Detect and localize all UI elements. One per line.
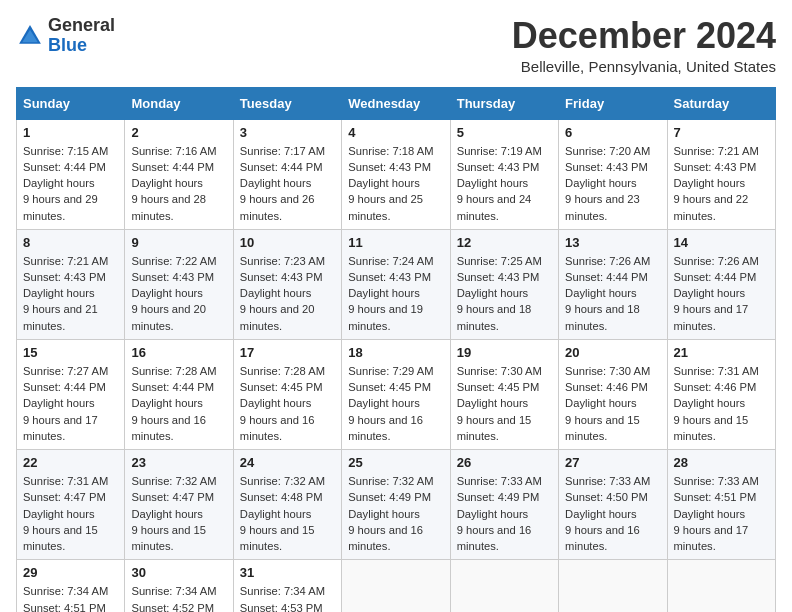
day-number: 6	[565, 125, 660, 140]
calendar-cell: 4 Sunrise: 7:18 AM Sunset: 4:43 PM Dayli…	[342, 119, 450, 229]
day-info: Sunrise: 7:15 AM Sunset: 4:44 PM Dayligh…	[23, 143, 118, 224]
day-info: Sunrise: 7:26 AM Sunset: 4:44 PM Dayligh…	[565, 253, 660, 334]
day-number: 13	[565, 235, 660, 250]
day-info: Sunrise: 7:26 AM Sunset: 4:44 PM Dayligh…	[674, 253, 769, 334]
day-info: Sunrise: 7:28 AM Sunset: 4:45 PM Dayligh…	[240, 363, 335, 444]
column-header-friday: Friday	[559, 87, 667, 119]
location: Belleville, Pennsylvania, United States	[512, 58, 776, 75]
day-info: Sunrise: 7:22 AM Sunset: 4:43 PM Dayligh…	[131, 253, 226, 334]
logo-general: General	[48, 16, 115, 36]
calendar-cell: 26 Sunrise: 7:33 AM Sunset: 4:49 PM Dayl…	[450, 450, 558, 560]
day-number: 16	[131, 345, 226, 360]
day-number: 1	[23, 125, 118, 140]
calendar-cell: 20 Sunrise: 7:30 AM Sunset: 4:46 PM Dayl…	[559, 339, 667, 449]
calendar-week-row: 8 Sunrise: 7:21 AM Sunset: 4:43 PM Dayli…	[17, 229, 776, 339]
column-header-monday: Monday	[125, 87, 233, 119]
day-number: 11	[348, 235, 443, 250]
calendar-week-row: 15 Sunrise: 7:27 AM Sunset: 4:44 PM Dayl…	[17, 339, 776, 449]
day-number: 9	[131, 235, 226, 250]
day-info: Sunrise: 7:21 AM Sunset: 4:43 PM Dayligh…	[23, 253, 118, 334]
calendar-cell	[450, 560, 558, 612]
day-info: Sunrise: 7:33 AM Sunset: 4:50 PM Dayligh…	[565, 473, 660, 554]
month-title: December 2024	[512, 16, 776, 56]
calendar-cell: 18 Sunrise: 7:29 AM Sunset: 4:45 PM Dayl…	[342, 339, 450, 449]
day-info: Sunrise: 7:25 AM Sunset: 4:43 PM Dayligh…	[457, 253, 552, 334]
day-info: Sunrise: 7:33 AM Sunset: 4:49 PM Dayligh…	[457, 473, 552, 554]
calendar-cell: 24 Sunrise: 7:32 AM Sunset: 4:48 PM Dayl…	[233, 450, 341, 560]
calendar-cell: 13 Sunrise: 7:26 AM Sunset: 4:44 PM Dayl…	[559, 229, 667, 339]
calendar-cell: 19 Sunrise: 7:30 AM Sunset: 4:45 PM Dayl…	[450, 339, 558, 449]
day-info: Sunrise: 7:31 AM Sunset: 4:47 PM Dayligh…	[23, 473, 118, 554]
day-number: 8	[23, 235, 118, 250]
calendar-cell: 5 Sunrise: 7:19 AM Sunset: 4:43 PM Dayli…	[450, 119, 558, 229]
logo: General Blue	[16, 16, 115, 56]
day-number: 29	[23, 565, 118, 580]
day-number: 23	[131, 455, 226, 470]
logo-text: General Blue	[48, 16, 115, 56]
day-number: 14	[674, 235, 769, 250]
day-info: Sunrise: 7:28 AM Sunset: 4:44 PM Dayligh…	[131, 363, 226, 444]
column-header-tuesday: Tuesday	[233, 87, 341, 119]
day-number: 5	[457, 125, 552, 140]
day-number: 22	[23, 455, 118, 470]
calendar-cell	[559, 560, 667, 612]
day-number: 3	[240, 125, 335, 140]
day-info: Sunrise: 7:29 AM Sunset: 4:45 PM Dayligh…	[348, 363, 443, 444]
column-header-thursday: Thursday	[450, 87, 558, 119]
day-number: 21	[674, 345, 769, 360]
day-info: Sunrise: 7:27 AM Sunset: 4:44 PM Dayligh…	[23, 363, 118, 444]
title-block: December 2024 Belleville, Pennsylvania, …	[512, 16, 776, 75]
day-number: 15	[23, 345, 118, 360]
day-number: 4	[348, 125, 443, 140]
calendar-cell: 10 Sunrise: 7:23 AM Sunset: 4:43 PM Dayl…	[233, 229, 341, 339]
calendar-cell: 15 Sunrise: 7:27 AM Sunset: 4:44 PM Dayl…	[17, 339, 125, 449]
calendar-header-row: SundayMondayTuesdayWednesdayThursdayFrid…	[17, 87, 776, 119]
day-info: Sunrise: 7:33 AM Sunset: 4:51 PM Dayligh…	[674, 473, 769, 554]
day-number: 7	[674, 125, 769, 140]
calendar-cell: 8 Sunrise: 7:21 AM Sunset: 4:43 PM Dayli…	[17, 229, 125, 339]
calendar-cell: 27 Sunrise: 7:33 AM Sunset: 4:50 PM Dayl…	[559, 450, 667, 560]
page-header: General Blue December 2024 Belleville, P…	[16, 16, 776, 75]
calendar-cell	[342, 560, 450, 612]
column-header-sunday: Sunday	[17, 87, 125, 119]
day-info: Sunrise: 7:16 AM Sunset: 4:44 PM Dayligh…	[131, 143, 226, 224]
calendar-cell: 12 Sunrise: 7:25 AM Sunset: 4:43 PM Dayl…	[450, 229, 558, 339]
day-info: Sunrise: 7:24 AM Sunset: 4:43 PM Dayligh…	[348, 253, 443, 334]
calendar-cell: 14 Sunrise: 7:26 AM Sunset: 4:44 PM Dayl…	[667, 229, 775, 339]
calendar-cell: 23 Sunrise: 7:32 AM Sunset: 4:47 PM Dayl…	[125, 450, 233, 560]
calendar-cell: 11 Sunrise: 7:24 AM Sunset: 4:43 PM Dayl…	[342, 229, 450, 339]
day-number: 2	[131, 125, 226, 140]
day-info: Sunrise: 7:18 AM Sunset: 4:43 PM Dayligh…	[348, 143, 443, 224]
day-info: Sunrise: 7:34 AM Sunset: 4:53 PM Dayligh…	[240, 583, 335, 612]
calendar-week-row: 29 Sunrise: 7:34 AM Sunset: 4:51 PM Dayl…	[17, 560, 776, 612]
day-info: Sunrise: 7:34 AM Sunset: 4:52 PM Dayligh…	[131, 583, 226, 612]
calendar-cell: 7 Sunrise: 7:21 AM Sunset: 4:43 PM Dayli…	[667, 119, 775, 229]
day-info: Sunrise: 7:31 AM Sunset: 4:46 PM Dayligh…	[674, 363, 769, 444]
calendar-table: SundayMondayTuesdayWednesdayThursdayFrid…	[16, 87, 776, 612]
day-info: Sunrise: 7:21 AM Sunset: 4:43 PM Dayligh…	[674, 143, 769, 224]
day-info: Sunrise: 7:17 AM Sunset: 4:44 PM Dayligh…	[240, 143, 335, 224]
day-info: Sunrise: 7:34 AM Sunset: 4:51 PM Dayligh…	[23, 583, 118, 612]
calendar-cell: 17 Sunrise: 7:28 AM Sunset: 4:45 PM Dayl…	[233, 339, 341, 449]
day-info: Sunrise: 7:23 AM Sunset: 4:43 PM Dayligh…	[240, 253, 335, 334]
logo-blue: Blue	[48, 36, 115, 56]
day-info: Sunrise: 7:30 AM Sunset: 4:46 PM Dayligh…	[565, 363, 660, 444]
calendar-cell: 3 Sunrise: 7:17 AM Sunset: 4:44 PM Dayli…	[233, 119, 341, 229]
calendar-cell: 28 Sunrise: 7:33 AM Sunset: 4:51 PM Dayl…	[667, 450, 775, 560]
logo-icon	[16, 22, 44, 50]
calendar-cell: 29 Sunrise: 7:34 AM Sunset: 4:51 PM Dayl…	[17, 560, 125, 612]
calendar-cell: 1 Sunrise: 7:15 AM Sunset: 4:44 PM Dayli…	[17, 119, 125, 229]
calendar-cell	[667, 560, 775, 612]
day-number: 10	[240, 235, 335, 250]
day-number: 31	[240, 565, 335, 580]
day-number: 28	[674, 455, 769, 470]
day-number: 19	[457, 345, 552, 360]
calendar-cell: 30 Sunrise: 7:34 AM Sunset: 4:52 PM Dayl…	[125, 560, 233, 612]
day-number: 20	[565, 345, 660, 360]
day-info: Sunrise: 7:32 AM Sunset: 4:47 PM Dayligh…	[131, 473, 226, 554]
calendar-cell: 22 Sunrise: 7:31 AM Sunset: 4:47 PM Dayl…	[17, 450, 125, 560]
column-header-saturday: Saturday	[667, 87, 775, 119]
calendar-week-row: 22 Sunrise: 7:31 AM Sunset: 4:47 PM Dayl…	[17, 450, 776, 560]
calendar-cell: 9 Sunrise: 7:22 AM Sunset: 4:43 PM Dayli…	[125, 229, 233, 339]
day-info: Sunrise: 7:19 AM Sunset: 4:43 PM Dayligh…	[457, 143, 552, 224]
